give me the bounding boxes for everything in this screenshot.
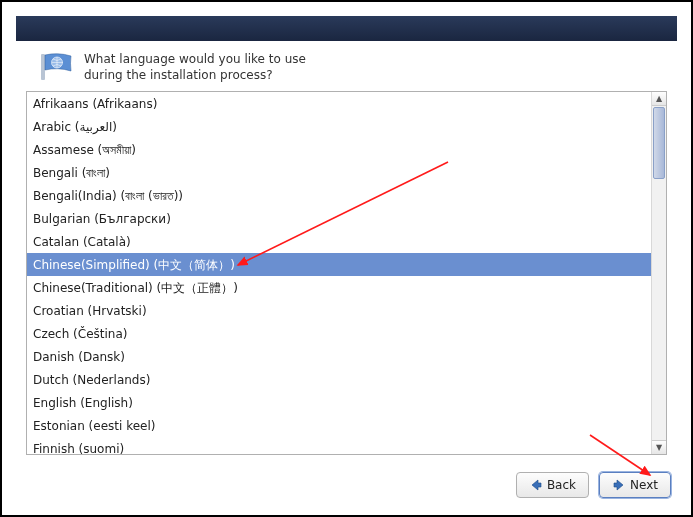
prompt-text: What language would you like to use duri… [84,51,344,83]
arrow-left-icon [529,478,543,492]
header: What language would you like to use duri… [2,41,691,91]
language-option[interactable]: Catalan (Català) [27,230,651,253]
back-button[interactable]: Back [516,472,589,498]
scroll-up-button[interactable]: ▲ [652,92,666,106]
scroll-thumb[interactable] [653,107,665,179]
language-option[interactable]: Chinese(Traditional) (中文（正體）) [27,276,651,299]
next-label: Next [630,478,658,492]
language-option[interactable]: Afrikaans (Afrikaans) [27,92,651,115]
installer-window: What language would you like to use duri… [2,2,691,515]
language-option[interactable]: Chinese(Simplified) (中文（简体）) [27,253,651,276]
language-option[interactable]: English (English) [27,391,651,414]
language-option[interactable]: Estonian (eesti keel) [27,414,651,437]
language-option[interactable]: Czech (Čeština) [27,322,651,345]
language-option[interactable]: Finnish (suomi) [27,437,651,454]
language-option[interactable]: Bengali(India) (বাংলা (ভারত)) [27,184,651,207]
back-label: Back [547,478,576,492]
svg-rect-0 [41,54,45,80]
scrollbar[interactable]: ▲ ▼ [651,92,666,454]
button-bar: Back Next [2,465,691,515]
language-option[interactable]: Arabic (العربية) [27,115,651,138]
top-banner [16,16,677,41]
scroll-down-button[interactable]: ▼ [652,440,666,454]
globe-flag-icon [40,53,74,81]
language-option[interactable]: Bengali (বাংলা) [27,161,651,184]
arrow-right-icon [612,478,626,492]
language-option[interactable]: Danish (Dansk) [27,345,651,368]
language-option[interactable]: Dutch (Nederlands) [27,368,651,391]
language-list-frame: Afrikaans (Afrikaans)Arabic (العربية)Ass… [26,91,667,455]
language-option[interactable]: Croatian (Hrvatski) [27,299,651,322]
next-button[interactable]: Next [599,472,671,498]
language-list[interactable]: Afrikaans (Afrikaans)Arabic (العربية)Ass… [27,92,651,454]
language-option[interactable]: Assamese (অসমীয়া) [27,138,651,161]
language-option[interactable]: Bulgarian (Български) [27,207,651,230]
